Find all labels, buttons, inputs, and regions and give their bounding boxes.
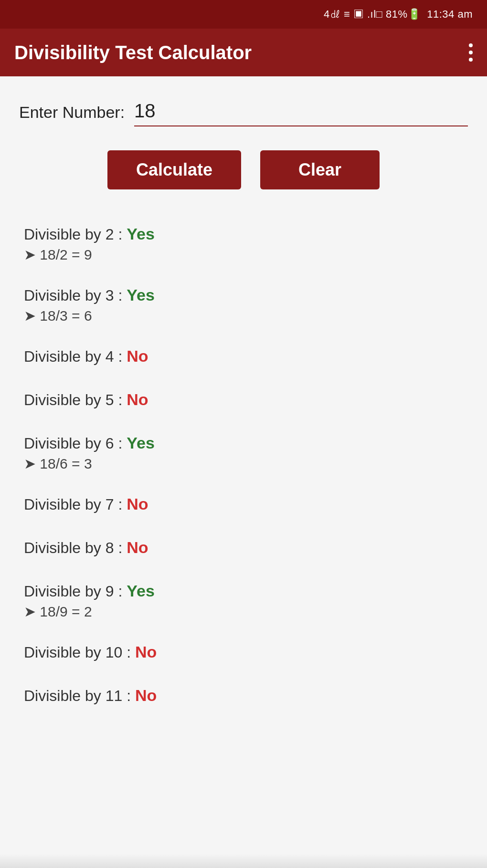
result-item: Divisible by 5 : No [19,379,468,422]
status-bar: 4㎗ ≡ ▣ .ıl□ 81%🔋 11:34 am [0,0,487,29]
result-label: Divisible by 3 : [24,287,127,304]
input-section: Enter Number: [19,100,468,126]
result-value: No [135,643,157,661]
result-label: Divisible by 11 : [24,687,135,704]
result-line: Divisible by 6 : Yes [24,434,463,452]
main-content: Enter Number: Calculate Clear Divisible … [0,76,487,854]
result-detail: ➤ 18/9 = 2 [24,603,463,620]
result-value: Yes [127,582,155,600]
result-item: Divisible by 7 : No [19,483,468,527]
result-line: Divisible by 11 : No [24,686,463,705]
result-label: Divisible by 8 : [24,539,127,556]
clear-button[interactable]: Clear [260,150,380,189]
result-item: Divisible by 11 : No [19,675,468,718]
buttons-row: Calculate Clear [19,150,468,189]
result-item: Divisible by 9 : Yes➤ 18/9 = 2 [19,570,468,631]
result-label: Divisible by 5 : [24,391,127,408]
result-item: Divisible by 6 : Yes➤ 18/6 = 3 [19,422,468,483]
result-detail: ➤ 18/2 = 9 [24,246,463,263]
result-item: Divisible by 4 : No [19,335,468,379]
result-value: Yes [127,225,155,243]
result-line: Divisible by 7 : No [24,495,463,513]
more-options-button[interactable] [469,43,473,62]
result-line: Divisible by 8 : No [24,538,463,557]
result-line: Divisible by 10 : No [24,643,463,661]
number-input-wrapper [134,100,468,126]
result-line: Divisible by 4 : No [24,347,463,366]
result-line: Divisible by 9 : Yes [24,582,463,600]
result-value: No [127,347,148,365]
result-value: No [127,390,148,408]
result-line: Divisible by 3 : Yes [24,286,463,304]
result-value: Yes [127,434,155,452]
number-input[interactable] [134,100,468,122]
result-label: Divisible by 7 : [24,496,127,513]
app-bar: Divisibility Test Calculator [0,29,487,76]
result-line: Divisible by 5 : No [24,390,463,409]
result-value: No [135,686,157,704]
status-bar-icons: 4㎗ ≡ ▣ .ıl□ 81%🔋 [324,7,421,21]
result-label: Divisible by 6 : [24,435,127,452]
bottom-fade [0,854,487,868]
status-bar-time: 11:34 am [427,8,473,21]
result-item: Divisible by 10 : No [19,631,468,675]
result-item: Divisible by 8 : No [19,527,468,570]
result-item: Divisible by 3 : Yes➤ 18/3 = 6 [19,274,468,335]
result-label: Divisible by 10 : [24,644,135,661]
result-value: Yes [127,286,155,304]
menu-dot-1 [469,43,473,47]
result-label: Divisible by 4 : [24,348,127,365]
result-detail: ➤ 18/3 = 6 [24,307,463,324]
results-section: Divisible by 2 : Yes➤ 18/2 = 9Divisible … [19,213,468,718]
result-label: Divisible by 9 : [24,583,127,600]
menu-dot-2 [469,51,473,54]
result-value: No [127,495,148,513]
menu-dot-3 [469,58,473,62]
result-line: Divisible by 2 : Yes [24,225,463,243]
calculate-button[interactable]: Calculate [107,150,241,189]
app-title: Divisibility Test Calculator [14,42,252,63]
result-item: Divisible by 2 : Yes➤ 18/2 = 9 [19,213,468,274]
input-label: Enter Number: [19,103,125,126]
result-value: No [127,538,148,556]
result-detail: ➤ 18/6 = 3 [24,455,463,472]
result-label: Divisible by 2 : [24,226,127,243]
